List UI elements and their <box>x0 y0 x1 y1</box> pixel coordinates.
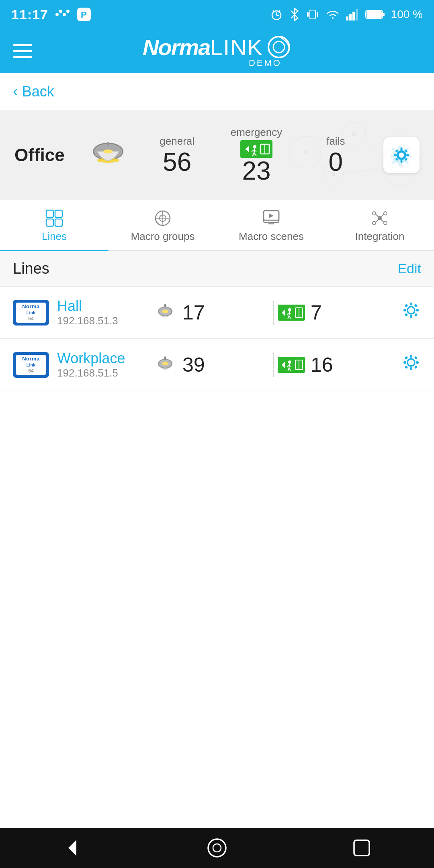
svg-marker-76 <box>269 213 274 218</box>
workplace-divider <box>273 353 274 377</box>
svg-line-83 <box>376 214 379 217</box>
workplace-line-name[interactable]: Workplace <box>57 350 145 367</box>
logo-link: LINK <box>210 34 263 60</box>
app-logo: Norma LINK DEMO <box>143 34 291 68</box>
workplace-line-counts: 39 16 <box>154 353 393 377</box>
back-label: Back <box>22 83 54 100</box>
svg-rect-39 <box>107 142 109 146</box>
menu-button[interactable] <box>13 44 32 58</box>
hall-emergency-icon <box>278 305 305 321</box>
workplace-settings-button[interactable] <box>401 352 421 377</box>
svg-point-46 <box>253 145 256 148</box>
svg-rect-131 <box>404 356 408 360</box>
svg-point-120 <box>288 360 291 364</box>
svg-line-29 <box>305 152 334 174</box>
svg-rect-66 <box>46 219 53 226</box>
svg-rect-12 <box>307 12 309 17</box>
macro-groups-tab-icon <box>154 209 172 227</box>
svg-text:P: P <box>81 10 87 20</box>
alarm-icon <box>270 8 283 21</box>
svg-rect-108 <box>414 304 418 307</box>
svg-line-27 <box>305 134 354 152</box>
svg-point-32 <box>352 132 356 136</box>
bluetooth-icon <box>289 8 300 21</box>
svg-rect-17 <box>356 9 358 20</box>
bg-network-icon <box>273 110 434 194</box>
hall-emergency-count: 7 <box>311 301 322 324</box>
signal-icon <box>346 8 360 20</box>
status-bar: 11:17 P <box>0 0 434 29</box>
svg-rect-114 <box>164 356 166 360</box>
office-name: Office <box>14 145 79 165</box>
svg-rect-134 <box>414 365 418 369</box>
hall-device-icon: Norma Link 64 <box>13 300 49 326</box>
back-bar: ‹ Back <box>0 73 434 110</box>
nav-home-button[interactable] <box>203 834 231 862</box>
hall-lamp-icon <box>154 303 177 322</box>
hall-line-name[interactable]: Hall <box>57 298 145 315</box>
parking-icon: P <box>77 8 91 21</box>
tab-macro-scenes[interactable]: Macro scenes <box>217 200 326 250</box>
workplace-device-icon: Norma Link 64 <box>13 352 49 378</box>
workplace-line-info: Workplace 192.168.51.5 <box>57 350 145 379</box>
music-icon <box>55 7 70 22</box>
svg-rect-16 <box>352 12 355 20</box>
svg-rect-65 <box>55 210 62 217</box>
svg-rect-130 <box>416 361 419 364</box>
svg-rect-129 <box>403 361 406 364</box>
hall-general-count-block: 17 <box>154 301 269 324</box>
menu-line-2 <box>13 50 32 52</box>
status-bar-left: 11:17 P <box>11 7 91 23</box>
svg-rect-19 <box>383 13 385 16</box>
svg-rect-138 <box>354 840 369 856</box>
lamp-icon-large <box>90 141 126 169</box>
tabs-bar: Lines Macro groups Macro scenes <box>0 200 434 251</box>
svg-rect-20 <box>366 11 382 18</box>
hall-general-count: 17 <box>182 301 205 324</box>
svg-line-86 <box>381 219 384 222</box>
svg-rect-90 <box>164 304 166 307</box>
hall-settings-button[interactable] <box>401 300 421 325</box>
svg-point-136 <box>208 839 226 857</box>
nav-square-button[interactable] <box>348 834 376 862</box>
svg-rect-107 <box>404 304 408 307</box>
svg-point-1 <box>59 10 62 13</box>
battery-percent: 100 % <box>391 8 423 21</box>
svg-line-85 <box>376 219 379 222</box>
svg-point-137 <box>213 844 221 852</box>
svg-rect-103 <box>410 303 412 305</box>
tab-lines-label: Lines <box>42 230 67 243</box>
back-button[interactable]: ‹ Back <box>13 83 54 100</box>
nav-back-button[interactable] <box>58 834 86 862</box>
svg-point-21 <box>268 37 289 57</box>
tab-macro-groups[interactable]: Macro groups <box>108 200 217 250</box>
svg-rect-95 <box>299 308 299 317</box>
svg-point-34 <box>332 172 336 176</box>
svg-point-126 <box>407 359 415 366</box>
svg-point-22 <box>273 41 285 53</box>
svg-rect-110 <box>414 313 418 317</box>
svg-point-31 <box>303 150 307 154</box>
emergency-sign-icon-lg: 🚪 <box>240 140 272 158</box>
svg-rect-13 <box>317 12 318 17</box>
tab-integration[interactable]: Integration <box>326 200 434 250</box>
hall-line-counts: 17 7 <box>154 301 393 325</box>
nav-back-icon <box>62 837 83 858</box>
emergency-count: 23 <box>242 158 270 184</box>
edit-button[interactable]: Edit <box>397 261 421 276</box>
office-panel: Office general 56 emergency 🚪 <box>0 110 434 200</box>
svg-rect-15 <box>349 14 352 20</box>
general-stat: general 56 <box>137 135 217 175</box>
svg-rect-128 <box>410 367 412 370</box>
workplace-general-count: 39 <box>182 353 205 377</box>
svg-rect-64 <box>46 210 53 217</box>
hall-divider <box>273 301 274 325</box>
tab-lines[interactable]: Lines <box>0 200 108 251</box>
logo-norma: Norma <box>143 34 210 60</box>
logo-demo: DEMO <box>249 58 282 68</box>
nav-home-icon <box>207 837 227 858</box>
svg-point-81 <box>373 221 376 225</box>
menu-line-1 <box>13 44 32 46</box>
svg-rect-127 <box>410 355 412 358</box>
svg-point-102 <box>407 307 415 314</box>
